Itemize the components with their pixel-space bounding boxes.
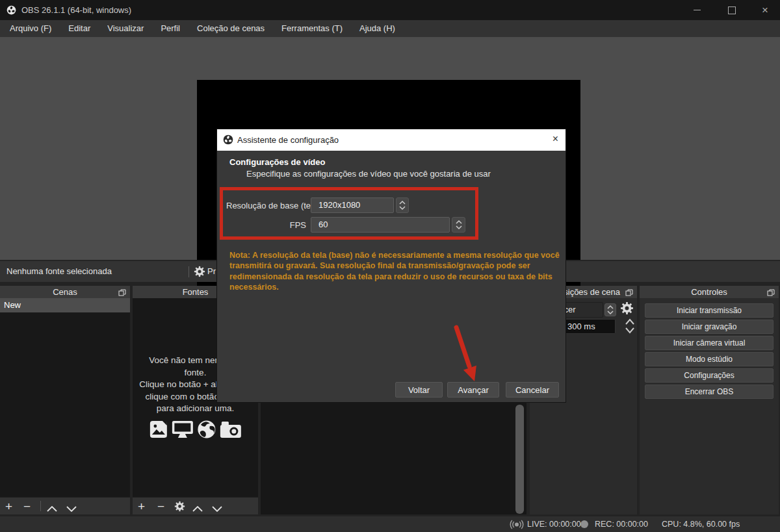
dialog-titlebar: Assistente de configuração ×: [217, 129, 566, 151]
start-virtual-camera-button[interactable]: Iniciar câmera virtual: [645, 336, 774, 350]
controls-panel-header: Controles: [640, 286, 779, 298]
remove-scene-icon[interactable]: −: [23, 500, 31, 514]
broadcast-icon: [510, 520, 524, 531]
source-properties-gear-icon[interactable]: [174, 501, 185, 514]
transition-gear-icon[interactable]: [620, 301, 634, 318]
popout-icon[interactable]: [118, 288, 126, 298]
image-source-icon: [149, 420, 168, 443]
dialog-heading: Configurações de vídeo: [229, 157, 325, 167]
start-streaming-button[interactable]: Iniciar transmissão: [645, 303, 774, 318]
dialog-title: Assistente de configuração: [237, 135, 339, 145]
note-line: Nota: A resolução da tela (base) não é n…: [229, 250, 560, 260]
window-titlebar: OBS 26.1.1 (64-bit, windows) ×: [0, 0, 780, 20]
scenes-panel-title: Cenas: [53, 287, 77, 297]
sources-panel-title: Fontes: [183, 287, 209, 297]
toolbar-separator: [188, 266, 189, 277]
scenes-list: New: [0, 298, 130, 497]
menu-bar: Arquivo (F) Editar Visualizar Perfil Col…: [0, 20, 780, 37]
add-scene-icon[interactable]: +: [5, 500, 12, 514]
scenes-panel-header: Cenas: [0, 286, 130, 298]
move-scene-down-icon[interactable]: [66, 503, 77, 514]
dialog-subheading: Especifique as configurações de vídeo qu…: [246, 169, 491, 179]
rec-time: REC: 00:00:00: [595, 520, 648, 529]
remove-source-icon[interactable]: −: [157, 500, 164, 514]
live-time: LIVE: 00:00:00: [527, 520, 581, 529]
cancel-button[interactable]: Cancelar: [506, 382, 559, 398]
settings-button[interactable]: Configurações: [645, 368, 774, 383]
obs-logo-icon: [223, 134, 233, 147]
studio-mode-button[interactable]: Modo estúdio: [645, 352, 774, 366]
source-status-text: Nenhuma fonte selecionada: [6, 266, 112, 276]
menu-ajuda[interactable]: Ajuda (H): [351, 20, 404, 37]
annotation-highlight-rectangle: [220, 187, 478, 240]
move-scene-up-icon[interactable]: [47, 503, 57, 514]
annotation-arrow: [429, 318, 500, 390]
close-button[interactable]: ×: [750, 0, 780, 20]
controls-panel-title: Controles: [691, 287, 727, 297]
dialog-close-icon[interactable]: ×: [552, 133, 558, 145]
browser-source-icon: [197, 420, 216, 443]
menu-colecao-de-cenas[interactable]: Coleção de cenas: [188, 20, 273, 37]
exit-obs-button[interactable]: Encerrar OBS: [645, 385, 774, 399]
properties-gear-icon[interactable]: [194, 266, 205, 279]
popout-icon[interactable]: [767, 288, 775, 298]
camera-source-icon: [220, 421, 242, 443]
start-recording-button[interactable]: Iniciar gravação: [645, 320, 774, 334]
note-line: transmitirá ou gravará. Sua resolução fi…: [229, 260, 560, 271]
sources-toolbar: + −: [133, 497, 258, 514]
cpu-stats: CPU: 4.8%, 60.00 fps: [662, 520, 740, 529]
minimize-button[interactable]: [682, 0, 712, 20]
note-line: necessários.: [229, 282, 560, 292]
rec-dot-icon: [580, 520, 588, 528]
menu-perfil[interactable]: Perfil: [152, 20, 188, 37]
video-note-text: Nota: A resolução da tela (base) não é n…: [229, 250, 560, 292]
obs-logo-icon: [6, 5, 16, 17]
scenes-toolbar: + −: [0, 497, 130, 514]
empty-state-line: para adicionar uma.: [139, 403, 251, 415]
menu-ferramentas[interactable]: Ferramentas (T): [273, 20, 351, 37]
toolbar-separator: [40, 501, 41, 511]
duration-spinner[interactable]: [625, 318, 635, 337]
menu-editar[interactable]: Editar: [60, 20, 99, 37]
move-source-down-icon[interactable]: [212, 503, 222, 514]
properties-label-fragment[interactable]: Pr: [207, 266, 216, 276]
scene-list-item[interactable]: New: [0, 298, 130, 312]
menu-arquivo[interactable]: Arquivo (F): [1, 20, 60, 37]
controls-panel: Controles Iniciar transmissão Iniciar gr…: [640, 286, 779, 514]
popout-icon[interactable]: [625, 288, 633, 298]
maximize-button[interactable]: [717, 0, 747, 20]
status-bar: LIVE: 00:00:00 REC: 00:00:00 CPU: 4.8%, …: [0, 516, 780, 532]
menu-visualizar[interactable]: Visualizar: [99, 20, 152, 37]
display-source-icon: [172, 420, 194, 443]
transition-duration-field[interactable]: 300 ms: [563, 319, 616, 334]
mixer-scrollbar[interactable]: [515, 405, 524, 514]
add-source-icon[interactable]: +: [138, 500, 145, 514]
scenes-panel: Cenas New + −: [0, 286, 130, 514]
window-title: OBS 26.1.1 (64-bit, windows): [21, 5, 131, 15]
transition-spinner[interactable]: [604, 303, 616, 316]
note-line: redimensionada da resolução da tela para…: [229, 272, 560, 282]
move-source-up-icon[interactable]: [192, 503, 203, 514]
config-wizard-dialog: Assistente de configuração × Configuraçõ…: [216, 129, 566, 403]
